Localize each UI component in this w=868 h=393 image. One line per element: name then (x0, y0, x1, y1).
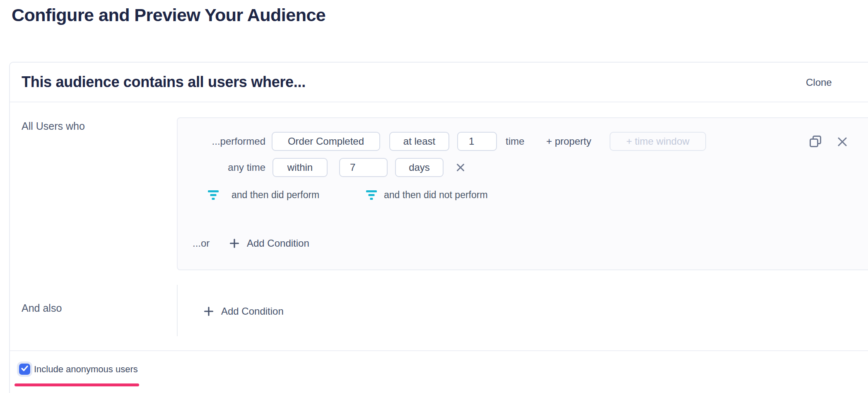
frequency-unit-label: time (506, 132, 524, 151)
all-users-who-label: All Users who (22, 120, 85, 132)
add-condition-or-label[interactable]: Add Condition (247, 237, 309, 250)
remove-time-window-button[interactable] (456, 163, 465, 172)
section-divider (177, 285, 178, 336)
audience-config-screen: Configure and Preview Your Audience This… (0, 0, 868, 393)
footer-divider (10, 350, 868, 351)
card-header-title: This audience contains all users where..… (22, 73, 306, 91)
add-condition-and-label[interactable]: Add Condition (221, 305, 284, 318)
funnel-icon (366, 190, 377, 201)
and-then-did-not-perform-link[interactable]: and then did not perform (384, 189, 488, 201)
close-icon (456, 166, 465, 173)
funnel-icon (208, 190, 219, 201)
copy-icon (808, 143, 823, 150)
window-value-input[interactable] (339, 158, 388, 177)
annotation-underline (14, 383, 139, 386)
audience-card: This audience contains all users where..… (9, 62, 868, 393)
event-select-button[interactable]: Order Completed (272, 132, 380, 151)
page-title: Configure and Preview Your Audience (12, 5, 326, 25)
condition-group-box: ...performed Order Completed at least ti… (177, 117, 868, 270)
clone-button[interactable]: Clone (806, 63, 832, 102)
add-time-window-button[interactable]: + time window (610, 132, 706, 151)
include-anonymous-checkbox[interactable] (19, 364, 30, 375)
include-anonymous-label: Include anonymous users (34, 363, 138, 375)
card-header: This audience contains all users where..… (10, 63, 868, 102)
remove-condition-button[interactable] (837, 136, 848, 147)
window-operator-button[interactable]: within (272, 158, 328, 177)
frequency-operator-button[interactable]: at least (389, 132, 449, 151)
duplicate-condition-button[interactable] (808, 134, 823, 149)
performed-label: ...performed (178, 132, 265, 151)
add-condition-and-button[interactable] (204, 306, 214, 316)
and-then-did-perform-link[interactable]: and then did perform (231, 189, 319, 201)
add-condition-or-button[interactable] (229, 238, 239, 248)
checkmark-icon (20, 364, 29, 374)
frequency-value-input[interactable] (457, 132, 497, 151)
close-icon (837, 141, 848, 148)
plus-icon (229, 243, 239, 250)
any-time-label: any time (178, 158, 265, 177)
window-unit-button[interactable]: days (395, 158, 444, 177)
and-also-label: And also (22, 302, 62, 314)
add-property-link[interactable]: + property (546, 132, 591, 151)
or-label: ...or (193, 237, 210, 250)
plus-icon (204, 311, 214, 318)
